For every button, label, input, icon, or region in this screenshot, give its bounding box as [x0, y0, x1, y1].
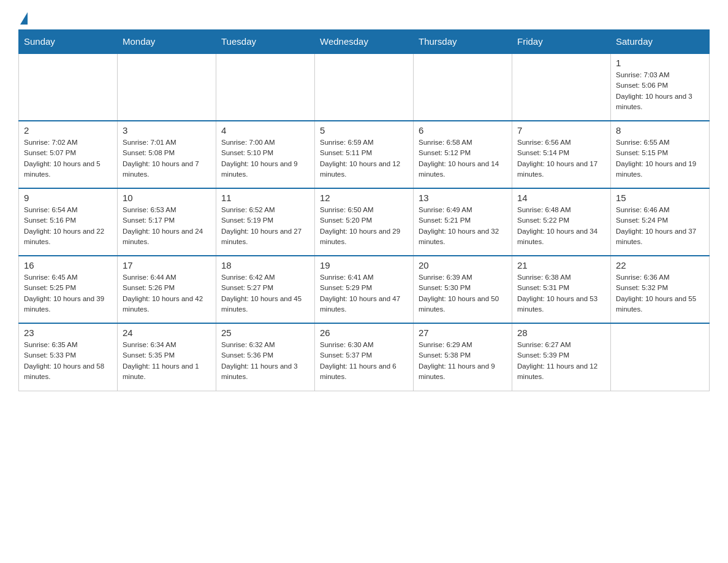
calendar-cell: 25Sunrise: 6:32 AMSunset: 5:36 PMDayligh…: [216, 323, 315, 391]
day-info: Sunrise: 6:35 AMSunset: 5:33 PMDaylight:…: [24, 340, 112, 382]
calendar-cell: 9Sunrise: 6:54 AMSunset: 5:16 PMDaylight…: [19, 188, 118, 256]
day-number: 17: [123, 260, 211, 270]
day-info: Sunrise: 6:48 AMSunset: 5:22 PMDaylight:…: [517, 205, 605, 247]
day-number: 9: [24, 193, 112, 203]
day-number: 27: [419, 327, 507, 338]
calendar-cell: [611, 323, 710, 391]
calendar-cell: 26Sunrise: 6:30 AMSunset: 5:37 PMDayligh…: [315, 323, 414, 391]
day-number: 19: [320, 260, 408, 270]
day-number: 26: [320, 327, 408, 338]
day-of-week-header: Thursday: [414, 30, 512, 54]
day-info: Sunrise: 6:36 AMSunset: 5:32 PMDaylight:…: [616, 272, 704, 315]
day-info: Sunrise: 7:03 AMSunset: 5:06 PMDaylight:…: [616, 70, 704, 112]
calendar-week-row: 1Sunrise: 7:03 AMSunset: 5:06 PMDaylight…: [19, 53, 710, 121]
day-info: Sunrise: 6:58 AMSunset: 5:12 PMDaylight:…: [419, 137, 507, 180]
day-number: 16: [24, 260, 112, 270]
calendar-cell: 19Sunrise: 6:41 AMSunset: 5:29 PMDayligh…: [315, 256, 414, 323]
calendar-cell: 13Sunrise: 6:49 AMSunset: 5:21 PMDayligh…: [414, 188, 512, 256]
day-number: 15: [616, 193, 704, 203]
day-number: 8: [616, 125, 704, 136]
day-number: 21: [517, 260, 605, 270]
day-of-week-header: Sunday: [19, 30, 118, 54]
day-info: Sunrise: 6:52 AMSunset: 5:19 PMDaylight:…: [221, 205, 309, 247]
day-info: Sunrise: 6:53 AMSunset: 5:17 PMDaylight:…: [123, 205, 211, 247]
day-info: Sunrise: 7:00 AMSunset: 5:10 PMDaylight:…: [221, 137, 309, 180]
day-number: 23: [24, 327, 112, 338]
day-number: 5: [320, 125, 408, 136]
calendar-cell: 4Sunrise: 7:00 AMSunset: 5:10 PMDaylight…: [216, 121, 315, 188]
day-number: 20: [419, 260, 507, 270]
calendar-cell: 17Sunrise: 6:44 AMSunset: 5:26 PMDayligh…: [118, 256, 216, 323]
day-number: 24: [123, 327, 211, 338]
calendar-cell: 22Sunrise: 6:36 AMSunset: 5:32 PMDayligh…: [611, 256, 710, 323]
day-info: Sunrise: 6:29 AMSunset: 5:38 PMDaylight:…: [419, 340, 507, 382]
calendar-cell: [19, 53, 118, 121]
day-number: 18: [221, 260, 309, 270]
calendar-cell: 6Sunrise: 6:58 AMSunset: 5:12 PMDaylight…: [414, 121, 512, 188]
day-info: Sunrise: 6:34 AMSunset: 5:35 PMDaylight:…: [123, 340, 211, 382]
calendar-cell: [118, 53, 216, 121]
day-info: Sunrise: 6:50 AMSunset: 5:20 PMDaylight:…: [320, 205, 408, 247]
calendar-cell: 8Sunrise: 6:55 AMSunset: 5:15 PMDaylight…: [611, 121, 710, 188]
day-info: Sunrise: 6:39 AMSunset: 5:30 PMDaylight:…: [419, 272, 507, 315]
day-info: Sunrise: 7:02 AMSunset: 5:07 PMDaylight:…: [24, 137, 112, 180]
day-number: 14: [517, 193, 605, 203]
logo: [18, 12, 28, 23]
day-number: 3: [123, 125, 211, 136]
day-number: 10: [123, 193, 211, 203]
page-header: [18, 12, 710, 23]
calendar-table: SundayMondayTuesdayWednesdayThursdayFrid…: [18, 29, 710, 391]
day-info: Sunrise: 6:38 AMSunset: 5:31 PMDaylight:…: [517, 272, 605, 315]
day-info: Sunrise: 6:46 AMSunset: 5:24 PMDaylight:…: [616, 205, 704, 247]
calendar-cell: 27Sunrise: 6:29 AMSunset: 5:38 PMDayligh…: [414, 323, 512, 391]
day-number: 2: [24, 125, 112, 136]
day-info: Sunrise: 6:30 AMSunset: 5:37 PMDaylight:…: [320, 340, 408, 382]
day-number: 12: [320, 193, 408, 203]
day-info: Sunrise: 6:49 AMSunset: 5:21 PMDaylight:…: [419, 205, 507, 247]
day-number: 11: [221, 193, 309, 203]
day-info: Sunrise: 6:42 AMSunset: 5:27 PMDaylight:…: [221, 272, 309, 315]
calendar-cell: [512, 53, 611, 121]
calendar-cell: 11Sunrise: 6:52 AMSunset: 5:19 PMDayligh…: [216, 188, 315, 256]
calendar-cell: 20Sunrise: 6:39 AMSunset: 5:30 PMDayligh…: [414, 256, 512, 323]
calendar-cell: [315, 53, 414, 121]
calendar-cell: 3Sunrise: 7:01 AMSunset: 5:08 PMDaylight…: [118, 121, 216, 188]
calendar-cell: 1Sunrise: 7:03 AMSunset: 5:06 PMDaylight…: [611, 53, 710, 121]
calendar-cell: 14Sunrise: 6:48 AMSunset: 5:22 PMDayligh…: [512, 188, 611, 256]
calendar-cell: 5Sunrise: 6:59 AMSunset: 5:11 PMDaylight…: [315, 121, 414, 188]
day-info: Sunrise: 6:32 AMSunset: 5:36 PMDaylight:…: [221, 340, 309, 382]
calendar-header-row: SundayMondayTuesdayWednesdayThursdayFrid…: [19, 30, 710, 54]
day-number: 28: [517, 327, 605, 338]
day-number: 6: [419, 125, 507, 136]
day-info: Sunrise: 6:41 AMSunset: 5:29 PMDaylight:…: [320, 272, 408, 315]
day-info: Sunrise: 6:54 AMSunset: 5:16 PMDaylight:…: [24, 205, 112, 247]
calendar-cell: 2Sunrise: 7:02 AMSunset: 5:07 PMDaylight…: [19, 121, 118, 188]
calendar-cell: 12Sunrise: 6:50 AMSunset: 5:20 PMDayligh…: [315, 188, 414, 256]
calendar-cell: 18Sunrise: 6:42 AMSunset: 5:27 PMDayligh…: [216, 256, 315, 323]
day-info: Sunrise: 7:01 AMSunset: 5:08 PMDaylight:…: [123, 137, 211, 180]
day-number: 4: [221, 125, 309, 136]
day-number: 1: [616, 58, 704, 68]
day-info: Sunrise: 6:55 AMSunset: 5:15 PMDaylight:…: [616, 137, 704, 180]
day-info: Sunrise: 6:59 AMSunset: 5:11 PMDaylight:…: [320, 137, 408, 180]
calendar-cell: 23Sunrise: 6:35 AMSunset: 5:33 PMDayligh…: [19, 323, 118, 391]
logo-triangle-icon: [20, 12, 28, 25]
day-of-week-header: Tuesday: [216, 30, 315, 54]
day-of-week-header: Monday: [118, 30, 216, 54]
calendar-cell: 10Sunrise: 6:53 AMSunset: 5:17 PMDayligh…: [118, 188, 216, 256]
day-number: 22: [616, 260, 704, 270]
day-info: Sunrise: 6:44 AMSunset: 5:26 PMDaylight:…: [123, 272, 211, 315]
day-number: 7: [517, 125, 605, 136]
calendar-cell: 24Sunrise: 6:34 AMSunset: 5:35 PMDayligh…: [118, 323, 216, 391]
day-of-week-header: Wednesday: [315, 30, 414, 54]
calendar-cell: 28Sunrise: 6:27 AMSunset: 5:39 PMDayligh…: [512, 323, 611, 391]
day-number: 13: [419, 193, 507, 203]
calendar-cell: 15Sunrise: 6:46 AMSunset: 5:24 PMDayligh…: [611, 188, 710, 256]
day-info: Sunrise: 6:56 AMSunset: 5:14 PMDaylight:…: [517, 137, 605, 180]
calendar-cell: 16Sunrise: 6:45 AMSunset: 5:25 PMDayligh…: [19, 256, 118, 323]
day-info: Sunrise: 6:45 AMSunset: 5:25 PMDaylight:…: [24, 272, 112, 315]
day-info: Sunrise: 6:27 AMSunset: 5:39 PMDaylight:…: [517, 340, 605, 382]
calendar-week-row: 23Sunrise: 6:35 AMSunset: 5:33 PMDayligh…: [19, 323, 710, 391]
calendar-cell: [216, 53, 315, 121]
calendar-week-row: 16Sunrise: 6:45 AMSunset: 5:25 PMDayligh…: [19, 256, 710, 323]
